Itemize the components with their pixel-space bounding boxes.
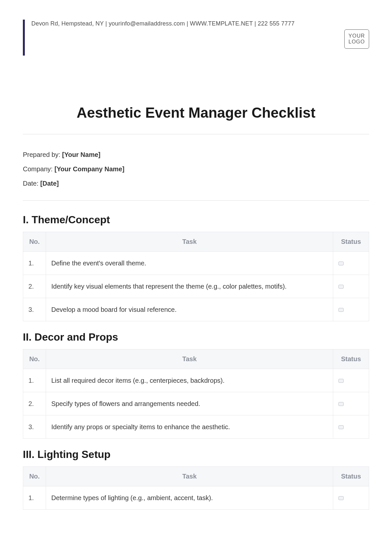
cell-status bbox=[333, 415, 369, 439]
meta-company: Company: [Your Company Name] bbox=[23, 162, 369, 176]
checkbox-icon[interactable] bbox=[338, 261, 344, 265]
checklist-table-decor: No. Task Status 1. List all required dec… bbox=[23, 349, 369, 439]
logo-line-1: YOUR bbox=[349, 33, 365, 39]
cell-task: Define the event's overall theme. bbox=[46, 252, 333, 275]
cell-task: List all required decor items (e.g., cen… bbox=[46, 369, 333, 392]
cell-status bbox=[333, 486, 369, 510]
accent-bar bbox=[23, 20, 25, 56]
col-no: No. bbox=[23, 232, 46, 252]
divider bbox=[23, 200, 369, 201]
checklist-table-theme: No. Task Status 1. Define the event's ov… bbox=[23, 232, 369, 321]
cell-no: 1. bbox=[23, 369, 46, 392]
checkbox-icon[interactable] bbox=[338, 379, 344, 383]
cell-no: 1. bbox=[23, 486, 46, 510]
logo-line-2: LOGO bbox=[349, 39, 365, 45]
cell-no: 2. bbox=[23, 275, 46, 298]
cell-status bbox=[333, 252, 369, 275]
checkbox-icon[interactable] bbox=[338, 402, 344, 406]
logo-placeholder: YOUR LOGO bbox=[344, 29, 369, 49]
meta-prepared-label: Prepared by: bbox=[23, 151, 62, 158]
cell-task: Identify key visual elements that repres… bbox=[46, 275, 333, 298]
meta-date: Date: [Date] bbox=[23, 176, 369, 191]
meta-company-label: Company: bbox=[23, 165, 55, 173]
cell-task: Identify any props or specialty items to… bbox=[46, 415, 333, 439]
table-row: 3. Develop a mood board for visual refer… bbox=[23, 298, 369, 321]
cell-task: Develop a mood board for visual referenc… bbox=[46, 298, 333, 321]
col-status: Status bbox=[333, 467, 369, 486]
col-no: No. bbox=[23, 349, 46, 369]
cell-status bbox=[333, 298, 369, 321]
meta-company-value: [Your Company Name] bbox=[55, 165, 124, 173]
table-header-row: No. Task Status bbox=[23, 232, 369, 252]
table-row: 3. Identify any props or specialty items… bbox=[23, 415, 369, 439]
col-task: Task bbox=[46, 467, 333, 486]
page-title: Aesthetic Event Manager Checklist bbox=[23, 105, 369, 121]
table-row: 2. Identify key visual elements that rep… bbox=[23, 275, 369, 298]
meta-date-value: [Date] bbox=[40, 180, 59, 187]
checkbox-icon[interactable] bbox=[338, 425, 344, 429]
meta-prepared: Prepared by: [Your Name] bbox=[23, 147, 369, 162]
header-bar: Devon Rd, Hempstead, NY | yourinfo@email… bbox=[23, 20, 369, 56]
table-header-row: No. Task Status bbox=[23, 467, 369, 486]
cell-no: 3. bbox=[23, 415, 46, 439]
section-heading-lighting: III. Lighting Setup bbox=[23, 448, 369, 461]
table-row: 1. List all required decor items (e.g., … bbox=[23, 369, 369, 392]
cell-no: 2. bbox=[23, 392, 46, 415]
document-page: Devon Rd, Hempstead, NY | yourinfo@email… bbox=[0, 0, 392, 540]
cell-status bbox=[333, 275, 369, 298]
section-heading-decor: II. Decor and Props bbox=[23, 331, 369, 343]
table-row: 1. Determine types of lighting (e.g., am… bbox=[23, 486, 369, 510]
cell-task: Specify types of flowers and arrangement… bbox=[46, 392, 333, 415]
cell-status bbox=[333, 369, 369, 392]
contact-line: Devon Rd, Hempstead, NY | yourinfo@email… bbox=[31, 20, 295, 27]
checkbox-icon[interactable] bbox=[338, 496, 344, 500]
meta-prepared-value: [Your Name] bbox=[62, 151, 100, 158]
cell-status bbox=[333, 392, 369, 415]
col-no: No. bbox=[23, 467, 46, 486]
checkbox-icon[interactable] bbox=[338, 285, 344, 289]
divider bbox=[23, 134, 369, 134]
table-row: 2. Specify types of flowers and arrangem… bbox=[23, 392, 369, 415]
col-task: Task bbox=[46, 232, 333, 252]
cell-no: 3. bbox=[23, 298, 46, 321]
col-status: Status bbox=[333, 232, 369, 252]
col-task: Task bbox=[46, 349, 333, 369]
col-status: Status bbox=[333, 349, 369, 369]
table-row: 1. Define the event's overall theme. bbox=[23, 252, 369, 275]
meta-block: Prepared by: [Your Name] Company: [Your … bbox=[23, 147, 369, 191]
section-heading-theme: I. Theme/Concept bbox=[23, 214, 369, 226]
cell-task: Determine types of lighting (e.g., ambie… bbox=[46, 486, 333, 510]
meta-date-label: Date: bbox=[23, 180, 40, 187]
table-header-row: No. Task Status bbox=[23, 349, 369, 369]
cell-no: 1. bbox=[23, 252, 46, 275]
checkbox-icon[interactable] bbox=[338, 308, 344, 312]
checklist-table-lighting: No. Task Status 1. Determine types of li… bbox=[23, 466, 369, 510]
